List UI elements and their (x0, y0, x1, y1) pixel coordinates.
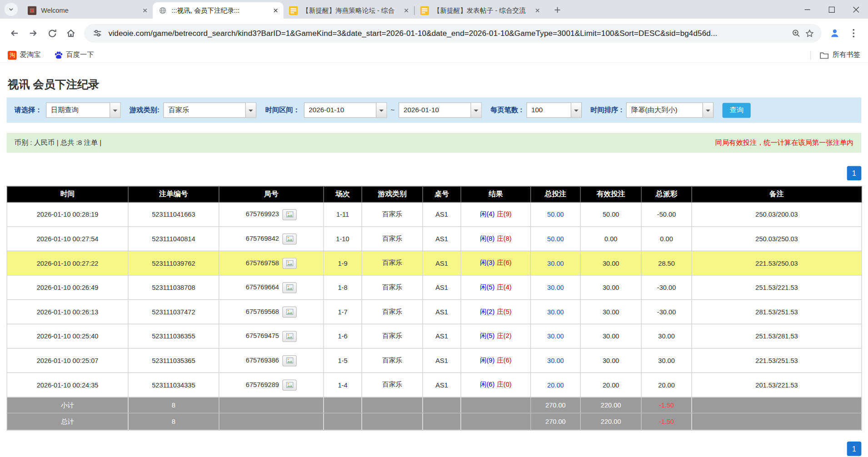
page-size-select[interactable]: 100 (526, 102, 582, 118)
empty-cell (362, 397, 423, 413)
home-button[interactable] (62, 25, 80, 42)
cell-result: 闲(5)庄(4) (461, 275, 530, 300)
maximize-button[interactable] (819, 0, 844, 19)
search-button[interactable]: 查询 (723, 103, 751, 118)
table-row[interactable]: 2026-01-10 00:27:54 523111040814 6757698… (7, 227, 862, 251)
url-bar[interactable]: videoie.com/game/betrecord_search/kind3?… (84, 24, 822, 42)
total-bet-link[interactable]: 30.00 (547, 357, 564, 364)
tab-close-icon[interactable] (140, 6, 149, 15)
empty-cell (692, 413, 862, 430)
empty-cell (423, 397, 461, 413)
chevron-down-icon[interactable] (110, 103, 120, 118)
bookmark-baidu[interactable]: 百度一下 (54, 50, 94, 60)
round-detail-button[interactable] (282, 379, 297, 390)
cell-table-no: AS1 (423, 251, 461, 275)
total-bet-link[interactable]: 30.00 (547, 259, 564, 267)
cell-total-bet: 30.00 (531, 251, 581, 275)
cell-session: 1-9 (324, 251, 362, 275)
total-bet-link[interactable]: 20.00 (547, 381, 564, 389)
plus-icon (554, 7, 561, 14)
table-row[interactable]: 2026-01-10 00:25:07 523111035365 6757693… (7, 348, 862, 373)
photo-icon (286, 284, 293, 290)
date-end-input[interactable]: 2026-01-10 (399, 102, 482, 118)
cell-total-bet: 30.00 (531, 324, 581, 348)
all-bookmarks-button[interactable]: 所有书签 (810, 50, 860, 60)
total-bet-link[interactable]: 30.00 (547, 308, 564, 316)
sort-select[interactable]: 降幂(由大到小) (626, 102, 713, 118)
empty-cell (324, 397, 362, 413)
table-row[interactable]: 2026-01-10 00:28:19 523111041663 6757699… (7, 202, 862, 227)
round-detail-button[interactable] (282, 331, 297, 342)
chevron-down-icon[interactable] (570, 103, 581, 118)
tab-search-button[interactable] (5, 3, 18, 16)
banker-result: 庄(4) (497, 283, 511, 291)
minimize-button[interactable] (795, 0, 819, 19)
site-info-icon[interactable] (91, 26, 104, 40)
forum-favicon (420, 6, 429, 15)
banker-result: 庄(0) (497, 381, 511, 388)
bookmark-star-icon[interactable] (803, 26, 816, 40)
cell-bet-no: 523111039762 (128, 251, 219, 275)
round-detail-button[interactable] (282, 233, 297, 244)
menu-button[interactable] (845, 25, 863, 42)
zoom-icon[interactable] (789, 26, 803, 40)
tab-forum-2[interactable]: 【新提醒】发表帖子 - 综合交流 (414, 2, 545, 19)
total-bet-link[interactable]: 30.00 (547, 332, 564, 340)
close-button[interactable] (843, 0, 868, 19)
tab-close-icon[interactable] (271, 6, 280, 15)
round-detail-button[interactable] (282, 355, 297, 366)
chevron-down-icon[interactable] (470, 103, 481, 118)
page-1-button[interactable]: 1 (847, 442, 862, 456)
bookmark-aitaobao[interactable]: 淘 爱淘宝 (8, 50, 40, 60)
profile-button[interactable] (826, 25, 843, 42)
table-row[interactable]: 2026-01-10 00:26:13 523111037472 6757695… (7, 300, 862, 324)
cell-payout: -50.00 (641, 202, 692, 227)
banker-result: 庄(9) (497, 210, 511, 218)
cell-result: 闲(4)庄(9) (461, 202, 530, 227)
player-result: 闲(4) (480, 210, 494, 218)
tab-forum-1[interactable]: 【新提醒】海燕策略论坛 - 综合 (284, 2, 414, 19)
date-start-input[interactable]: 2026-01-10 (304, 102, 387, 118)
round-detail-button[interactable] (282, 258, 297, 268)
table-row[interactable]: 2026-01-10 00:27:22 523111039762 6757697… (7, 251, 862, 275)
round-detail-button[interactable] (282, 282, 297, 293)
tab-title: :::视讯, 会员下注纪录::: (172, 6, 267, 15)
total-count: 8 (128, 413, 219, 430)
refresh-button[interactable] (43, 25, 61, 42)
photo-icon (286, 260, 293, 266)
round-detail-button[interactable] (282, 209, 297, 220)
chevron-down-icon[interactable] (245, 103, 256, 118)
new-tab-button[interactable] (550, 2, 565, 18)
table-row[interactable]: 2026-01-10 00:25:40 523111036355 6757694… (7, 324, 862, 348)
cell-payout: -30.00 (641, 300, 692, 324)
total-bet-link[interactable]: 50.00 (547, 235, 564, 243)
player-result: 闲(2) (480, 308, 494, 315)
table-row[interactable]: 2026-01-10 00:26:49 523111038708 6757696… (7, 275, 862, 300)
query-type-select[interactable]: 日期查询 (46, 102, 120, 118)
back-button[interactable] (5, 25, 23, 42)
round-no-text: 675769842 (246, 234, 279, 242)
sort-value: 降幂(由大到小) (627, 103, 703, 118)
page-title: 视讯 会员下注纪录 (7, 63, 862, 91)
tab-betrecord-active[interactable]: :::视讯, 会员下注纪录::: (153, 2, 283, 19)
tab-welcome[interactable]: Welcome (22, 2, 153, 19)
table-row[interactable]: 2026-01-10 00:24:35 523111034335 6757692… (7, 373, 862, 397)
bookmarks-bar: 淘 爱淘宝 百度一下 所有书签 (0, 48, 868, 63)
round-no-text: 675769664 (246, 283, 279, 291)
game-type-select[interactable]: 百家乐 (164, 102, 257, 118)
browser-window: Welcome :::视讯, 会员下注纪录::: 【新提醒】海燕策略论坛 - 综… (0, 0, 868, 457)
cell-total-bet: 30.00 (531, 348, 581, 373)
page-content: 视讯 会员下注纪录 请选择： 日期查询 游戏类别: 百家乐 时间区间： 2026… (0, 63, 868, 456)
round-detail-button[interactable] (282, 306, 297, 317)
cell-total-bet: 50.00 (531, 227, 581, 251)
tab-close-icon[interactable] (402, 6, 410, 15)
total-bet-link[interactable]: 50.00 (547, 210, 564, 218)
chevron-down-icon[interactable] (703, 103, 713, 118)
total-bet-link[interactable]: 30.00 (547, 283, 564, 291)
round-no-text: 675769386 (246, 356, 279, 364)
cell-game-type: 百家乐 (362, 348, 423, 373)
page-1-button[interactable]: 1 (847, 166, 862, 180)
forward-button[interactable] (25, 25, 42, 42)
tab-close-icon[interactable] (533, 6, 542, 15)
chevron-down-icon[interactable] (376, 103, 386, 118)
